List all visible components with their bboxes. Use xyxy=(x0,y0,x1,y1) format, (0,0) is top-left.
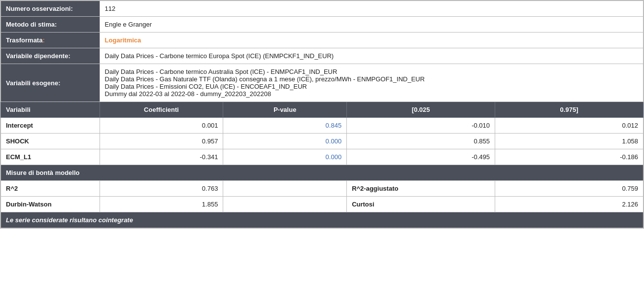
exog-values: Daily Data Prices - Carbone termico Aust… xyxy=(100,64,643,102)
var-intercept: Intercept xyxy=(1,118,100,134)
col-pvalue: P-value xyxy=(223,102,347,118)
col-variabili: Variabili xyxy=(1,102,100,118)
var-shock: SHOCK xyxy=(1,134,100,149)
r2-empty xyxy=(223,181,347,197)
transform-value: Logaritmica xyxy=(100,33,643,48)
goodness-label: Misure di bontà modello xyxy=(1,165,644,181)
r2adj-value: 0.759 xyxy=(495,181,644,197)
num-obs-row: Numero osservazioni: 112 xyxy=(1,1,644,17)
r2-label: R^2 xyxy=(1,181,100,197)
transform-label: Trasformata: xyxy=(1,33,100,48)
dep-var-value: Daily Data Prices - Carbone termico Euro… xyxy=(100,48,643,64)
dep-var-label: Variabile dipendente: xyxy=(1,48,100,64)
col-coefficienti: Coefficienti xyxy=(100,102,223,118)
footer-row: Le serie considerate risultano cointegra… xyxy=(1,212,644,228)
exog-line-2: Daily Data Prices - Gas Naturale TTF (Ol… xyxy=(105,75,638,83)
coeff-intercept: 0.001 xyxy=(100,118,223,134)
num-obs-value: 112 xyxy=(100,1,643,17)
dep-var-row: Variabile dipendente: Daily Data Prices … xyxy=(1,48,644,64)
ci-low-intercept: -0.010 xyxy=(347,118,495,134)
exog-line-4: Dummy dal 2022-03 al 2022-08 - dummy_202… xyxy=(105,90,638,98)
r2-value: 0.763 xyxy=(100,181,223,197)
coeff-shock: 0.957 xyxy=(100,134,223,149)
data-row-shock: SHOCK 0.957 0.000 0.855 1.058 xyxy=(1,134,644,149)
goodness-section-header: Misure di bontà modello xyxy=(1,165,644,181)
dw-row: Durbin-Watson 1.855 Curtosi 2.126 xyxy=(1,197,644,212)
col-ci-low: [0.025 xyxy=(347,102,495,118)
ci-low-shock: 0.855 xyxy=(347,134,495,149)
col-ci-high: 0.975] xyxy=(495,102,644,118)
data-row-intercept: Intercept 0.001 0.845 -0.010 0.012 xyxy=(1,118,644,134)
method-label: Metodo di stima: xyxy=(1,17,100,33)
num-obs-label: Numero osservazioni: xyxy=(1,1,100,17)
exog-line-3: Daily Data Prices - Emissioni CO2, EUA (… xyxy=(105,83,638,90)
r2-row: R^2 0.763 R^2-aggiustato 0.759 xyxy=(1,181,644,197)
ci-low-ecm: -0.495 xyxy=(347,149,495,165)
r2adj-label: R^2-aggiustato xyxy=(347,181,495,197)
method-value: Engle e Granger xyxy=(100,17,643,33)
pvalue-shock: 0.000 xyxy=(223,134,347,149)
exog-row: Variabili esogene: Daily Data Prices - C… xyxy=(1,64,644,102)
data-row-ecm: ECM_L1 -0.341 0.000 -0.495 -0.186 xyxy=(1,149,644,165)
ci-high-intercept: 0.012 xyxy=(495,118,644,134)
exog-label: Variabili esogene: xyxy=(1,64,100,102)
method-row: Metodo di stima: Engle e Granger xyxy=(1,17,644,33)
column-header-row: Variabili Coefficienti P-value [0.025 0.… xyxy=(1,102,644,118)
ci-high-shock: 1.058 xyxy=(495,134,644,149)
coeff-ecm: -0.341 xyxy=(100,149,223,165)
var-ecm: ECM_L1 xyxy=(1,149,100,165)
dw-value: 1.855 xyxy=(100,197,223,212)
dw-label: Durbin-Watson xyxy=(1,197,100,212)
exog-line-1: Daily Data Prices - Carbone termico Aust… xyxy=(105,68,638,75)
pvalue-intercept: 0.845 xyxy=(223,118,347,134)
dw-empty xyxy=(223,197,347,212)
pvalue-ecm: 0.000 xyxy=(223,149,347,165)
ci-high-ecm: -0.186 xyxy=(495,149,644,165)
footer-text: Le serie considerate risultano cointegra… xyxy=(1,212,644,228)
kurtosis-value: 2.126 xyxy=(495,197,644,212)
kurtosis-label: Curtosi xyxy=(347,197,495,212)
transform-row: Trasformata: Logaritmica xyxy=(1,33,644,48)
